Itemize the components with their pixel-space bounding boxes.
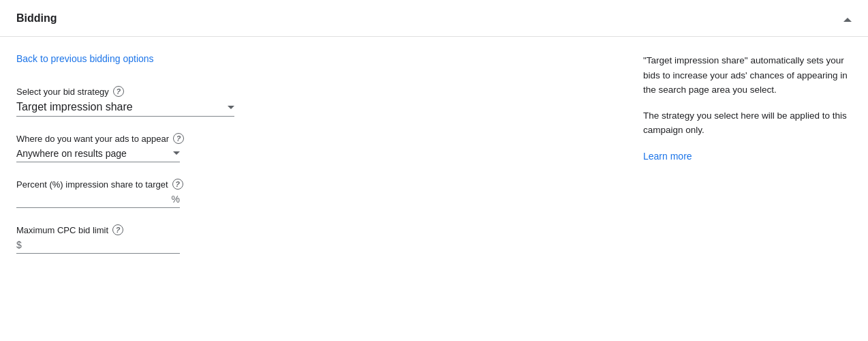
- impression-label: Percent (%) impression share to target ?: [16, 179, 275, 190]
- cpc-label: Maximum CPC bid limit ?: [16, 224, 275, 235]
- collapse-icon[interactable]: [843, 11, 852, 25]
- impression-suffix: %: [172, 194, 180, 205]
- impression-input[interactable]: [16, 194, 169, 205]
- content-area: Back to previous bidding options Select …: [0, 37, 868, 270]
- strategy-label: Select your bid strategy ?: [16, 86, 275, 97]
- cpc-input[interactable]: [25, 239, 180, 250]
- appear-dropdown-value: Anywhere on results page: [16, 148, 170, 159]
- cpc-prefix: $: [16, 239, 22, 250]
- appear-field-group: Where do you want your ads to appear ? A…: [16, 133, 275, 162]
- learn-more-link[interactable]: Learn more: [643, 149, 852, 164]
- strategy-dropdown-value: Target impression share: [16, 101, 222, 113]
- strategy-field-group: Select your bid strategy ? Target impres…: [16, 86, 275, 117]
- strategy-dropdown[interactable]: Target impression share: [16, 101, 234, 117]
- impression-input-wrapper: %: [16, 194, 180, 208]
- strategy-help-icon[interactable]: ?: [113, 86, 124, 97]
- info-paragraph-2: The strategy you select here will be app…: [643, 108, 852, 138]
- chevron-down-icon-2: [173, 151, 180, 155]
- left-panel: Back to previous bidding options Select …: [16, 53, 275, 254]
- page-container: Bidding Back to previous bidding options…: [0, 0, 868, 341]
- impression-help-icon[interactable]: ?: [172, 179, 183, 190]
- appear-label: Where do you want your ads to appear ?: [16, 133, 275, 144]
- section-title: Bidding: [16, 12, 57, 25]
- impression-field-group: Percent (%) impression share to target ?…: [16, 179, 275, 208]
- back-link[interactable]: Back to previous bidding options: [16, 53, 275, 64]
- chevron-down-icon: [228, 106, 234, 109]
- cpc-input-wrapper: $: [16, 239, 180, 254]
- appear-dropdown-arrow: [173, 149, 180, 158]
- appear-help-icon[interactable]: ?: [173, 133, 184, 144]
- right-panel: "Target impression share" automatically …: [303, 53, 852, 254]
- appear-dropdown[interactable]: Anywhere on results page: [16, 148, 180, 162]
- chevron-up-icon: [843, 18, 852, 22]
- strategy-dropdown-arrow: [228, 102, 234, 113]
- section-header: Bidding: [0, 0, 868, 37]
- cpc-field-group: Maximum CPC bid limit ? $: [16, 224, 275, 254]
- cpc-help-icon[interactable]: ?: [112, 224, 123, 235]
- info-paragraph-1: "Target impression share" automatically …: [643, 53, 852, 98]
